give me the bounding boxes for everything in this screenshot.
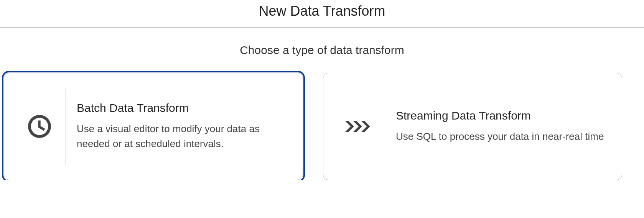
batch-transform-card[interactable]: Batch Data Transform Use a visual editor… [4,73,303,180]
section-subtitle: Choose a type of data transform [0,44,644,57]
streaming-card-description: Use SQL to process your data in near-rea… [396,129,609,144]
clock-icon [16,113,63,140]
page-title: New Data Transform [0,0,644,27]
card-divider [66,89,66,164]
batch-card-title: Batch Data Transform [77,102,290,115]
transform-type-cards: Batch Data Transform Use a visual editor… [0,73,644,180]
chevrons-icon [336,113,382,140]
batch-card-description: Use a visual editor to modify your data … [77,121,290,151]
header-divider [0,27,644,28]
streaming-card-title: Streaming Data Transform [396,109,609,122]
streaming-transform-card[interactable]: Streaming Data Transform Use SQL to proc… [323,73,622,180]
card-divider [385,89,385,164]
